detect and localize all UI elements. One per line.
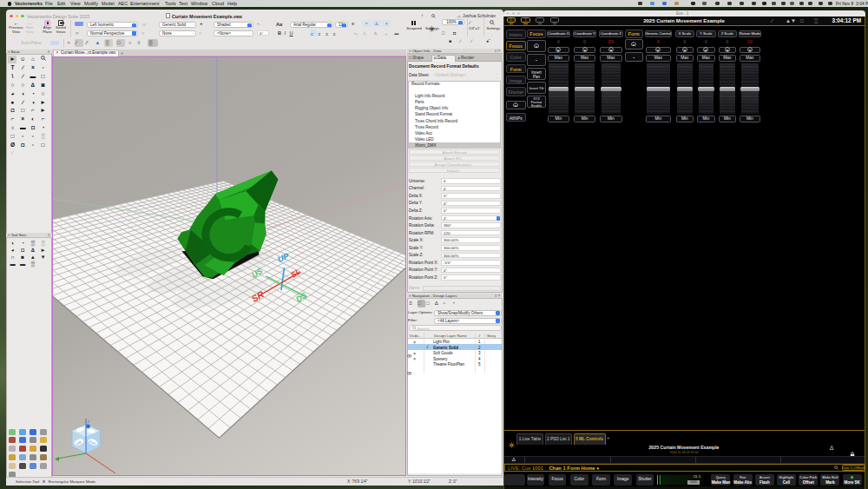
svg-text:Z: Z <box>87 420 89 424</box>
